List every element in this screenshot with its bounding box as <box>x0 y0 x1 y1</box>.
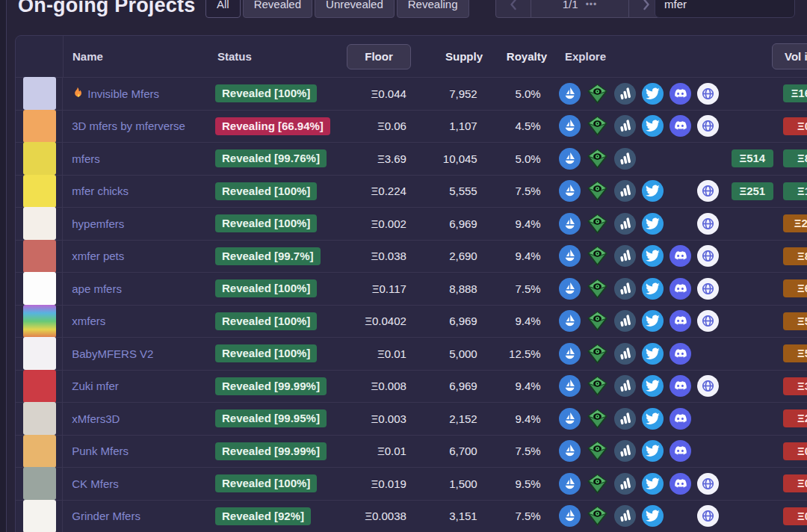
chart-icon[interactable] <box>614 472 642 495</box>
project-avatar[interactable] <box>23 142 56 175</box>
chart-icon[interactable] <box>614 82 642 105</box>
tab-revealed[interactable]: Revealed <box>243 0 312 18</box>
twitter-icon[interactable] <box>642 277 670 300</box>
website-icon[interactable] <box>697 310 725 332</box>
opensea-icon[interactable] <box>559 342 587 365</box>
gem-icon[interactable] <box>587 440 614 463</box>
chart-icon[interactable] <box>614 407 642 430</box>
chart-icon[interactable] <box>614 147 642 170</box>
gem-icon[interactable] <box>587 82 614 105</box>
project-avatar[interactable] <box>23 467 56 500</box>
gem-icon[interactable] <box>587 505 614 528</box>
tab-revealing[interactable]: Revealing <box>397 0 469 18</box>
gem-icon[interactable] <box>587 115 614 137</box>
website-icon[interactable] <box>697 375 725 398</box>
project-name-link[interactable]: Invisible Mfers <box>87 87 159 100</box>
website-icon[interactable] <box>697 82 725 105</box>
chart-icon[interactable] <box>614 440 642 463</box>
project-name-link[interactable]: 3D mfers by mferverse <box>72 120 185 132</box>
twitter-icon[interactable] <box>642 245 670 267</box>
opensea-icon[interactable] <box>559 440 587 463</box>
twitter-icon[interactable] <box>642 407 670 430</box>
chart-icon[interactable] <box>614 505 642 528</box>
twitter-icon[interactable] <box>642 505 670 528</box>
website-icon[interactable] <box>697 212 725 235</box>
opensea-icon[interactable] <box>559 375 587 398</box>
discord-icon[interactable] <box>670 375 697 398</box>
gem-icon[interactable] <box>587 342 614 365</box>
twitter-icon[interactable] <box>642 342 670 365</box>
project-avatar[interactable] <box>23 175 56 208</box>
gem-icon[interactable] <box>587 212 614 235</box>
project-avatar[interactable] <box>23 272 56 305</box>
gem-icon[interactable] <box>587 472 614 495</box>
website-icon[interactable] <box>697 115 725 137</box>
project-avatar[interactable] <box>23 77 56 110</box>
gem-icon[interactable] <box>587 245 614 267</box>
opensea-icon[interactable] <box>559 277 587 300</box>
project-name-link[interactable]: Punk Mfers <box>72 445 129 457</box>
project-avatar[interactable] <box>23 337 56 370</box>
project-avatar[interactable] <box>23 240 56 273</box>
tab-all[interactable]: All <box>205 0 241 18</box>
twitter-icon[interactable] <box>642 310 670 332</box>
project-name-link[interactable]: Zuki mfer <box>72 380 119 392</box>
page-indicator-button[interactable]: 1/1 ••• <box>531 0 629 18</box>
project-avatar[interactable] <box>23 207 56 240</box>
project-name-link[interactable]: hypemfers <box>72 217 124 230</box>
website-icon[interactable] <box>697 472 725 495</box>
gem-icon[interactable] <box>587 180 614 202</box>
opensea-icon[interactable] <box>559 407 587 430</box>
discord-icon[interactable] <box>670 245 697 267</box>
gem-icon[interactable] <box>587 375 614 398</box>
opensea-icon[interactable] <box>559 245 587 267</box>
project-name-link[interactable]: Grinder Mfers <box>72 510 140 522</box>
vol-sort-button[interactable]: Vol i <box>772 43 807 69</box>
chart-icon[interactable] <box>614 245 642 267</box>
opensea-icon[interactable] <box>559 82 587 105</box>
discord-icon[interactable] <box>670 342 697 365</box>
chart-icon[interactable] <box>614 180 642 202</box>
project-avatar[interactable] <box>23 370 56 403</box>
chart-icon[interactable] <box>614 310 642 332</box>
project-avatar[interactable] <box>23 305 56 338</box>
project-avatar[interactable] <box>23 500 56 532</box>
twitter-icon[interactable] <box>642 82 670 105</box>
discord-icon[interactable] <box>670 472 697 495</box>
project-name-link[interactable]: ape mfers <box>72 282 122 295</box>
twitter-icon[interactable] <box>642 180 670 202</box>
gem-icon[interactable] <box>587 310 614 332</box>
gem-icon[interactable] <box>587 407 614 430</box>
tab-unrevealed[interactable]: Unrevealed <box>315 0 395 18</box>
floor-sort-button[interactable]: Floor <box>347 44 411 69</box>
website-icon[interactable] <box>697 245 725 267</box>
opensea-icon[interactable] <box>559 147 587 170</box>
discord-icon[interactable] <box>670 310 697 332</box>
gem-icon[interactable] <box>587 147 614 170</box>
twitter-icon[interactable] <box>642 115 670 137</box>
opensea-icon[interactable] <box>559 180 587 202</box>
website-icon[interactable] <box>697 277 725 300</box>
project-avatar[interactable] <box>23 110 56 143</box>
chart-icon[interactable] <box>614 375 642 398</box>
twitter-icon[interactable] <box>642 212 670 235</box>
gem-icon[interactable] <box>587 277 614 300</box>
chart-icon[interactable] <box>614 277 642 300</box>
discord-icon[interactable] <box>670 82 697 105</box>
twitter-icon[interactable] <box>642 375 670 398</box>
prev-page-button[interactable] <box>495 0 531 18</box>
project-name-link[interactable]: CK Mfers <box>72 477 119 490</box>
discord-icon[interactable] <box>670 277 697 300</box>
opensea-icon[interactable] <box>559 505 587 528</box>
project-name-link[interactable]: mfers <box>72 152 100 165</box>
project-avatar[interactable] <box>23 402 56 435</box>
discord-icon[interactable] <box>670 407 697 430</box>
opensea-icon[interactable] <box>559 212 587 235</box>
twitter-icon[interactable] <box>642 472 670 495</box>
discord-icon[interactable] <box>670 115 697 137</box>
twitter-icon[interactable] <box>642 440 670 463</box>
project-name-link[interactable]: xmfer pets <box>72 250 124 262</box>
website-icon[interactable] <box>697 180 725 202</box>
project-avatar[interactable] <box>23 435 56 468</box>
search-input[interactable] <box>655 0 807 10</box>
